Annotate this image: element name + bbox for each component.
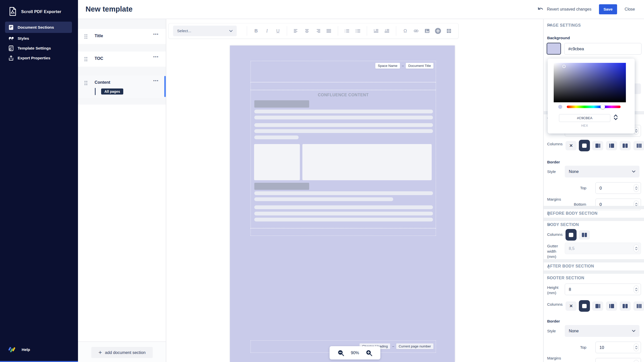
- hex-stepper-arrows[interactable]: [614, 114, 618, 120]
- sidebar-item-document-sections[interactable]: Document Sections: [5, 22, 72, 33]
- indent-increase-button[interactable]: [371, 26, 381, 36]
- indent-decrease-button[interactable]: [382, 26, 392, 36]
- background-label: Background: [547, 36, 570, 40]
- section-menu-button[interactable]: •••: [153, 55, 159, 59]
- ordered-list-button[interactable]: 123: [342, 26, 352, 36]
- body-section-header[interactable]: BODY SECTION: [544, 221, 644, 229]
- toolbar-divider: [287, 26, 287, 36]
- bullet-list-button[interactable]: [353, 26, 363, 36]
- page-content-region[interactable]: CONFLUENCE CONTENT: [251, 90, 436, 228]
- stepper-control[interactable]: [634, 245, 639, 252]
- saturation-cursor[interactable]: [562, 65, 566, 68]
- footer-border-style-select[interactable]: None: [565, 325, 639, 337]
- top-header: New template Revert unsaved changes Save…: [78, 0, 644, 19]
- save-button[interactable]: Save: [599, 4, 617, 14]
- sidebar-item-styles[interactable]: Styles: [5, 33, 72, 43]
- section-menu-button[interactable]: •••: [153, 78, 159, 83]
- drag-handle-icon[interactable]: [85, 57, 87, 61]
- toolbar-divider: [396, 26, 396, 36]
- placeholder-heading: [254, 100, 309, 108]
- zoom-out-icon[interactable]: [338, 350, 344, 356]
- gutter-width-input[interactable]: [565, 243, 641, 254]
- footer-columns-two-button[interactable]: [620, 301, 631, 311]
- space-name-tag[interactable]: Space Name: [375, 63, 400, 69]
- columns-two-button[interactable]: [620, 141, 631, 150]
- hex-value-input[interactable]: [559, 114, 610, 122]
- panel-bottom-bar: + add document section: [78, 341, 166, 362]
- footer-columns-wide-right-button[interactable]: [606, 301, 617, 311]
- current-page-number-tag[interactable]: Current page number: [396, 343, 433, 349]
- align-left-button[interactable]: [291, 26, 301, 36]
- page-after-content-region[interactable]: [251, 228, 436, 236]
- placeholder-heading: [254, 183, 309, 190]
- background-hex-input[interactable]: [564, 43, 641, 55]
- body-columns-two-button[interactable]: [579, 230, 590, 240]
- close-button[interactable]: Close: [625, 7, 635, 12]
- columns-wide-left-button[interactable]: [592, 141, 603, 150]
- insert-plus-button[interactable]: [433, 26, 443, 36]
- hex-label: HEX: [559, 124, 610, 127]
- table-button[interactable]: [444, 26, 454, 36]
- zoom-in-icon[interactable]: [366, 350, 372, 356]
- page-header-region[interactable]: Space Name – Document Title: [251, 61, 436, 82]
- background-color-swatch[interactable]: [547, 43, 561, 55]
- help-button[interactable]: Help: [8, 346, 30, 353]
- section-menu-button[interactable]: •••: [153, 32, 159, 36]
- columns-one-button[interactable]: [579, 140, 590, 151]
- columns-wide-right-button[interactable]: [606, 141, 617, 150]
- toolbar-divider: [367, 26, 367, 36]
- revert-unsaved-changes-button[interactable]: Revert unsaved changes: [537, 7, 591, 12]
- page-settings-header[interactable]: PAGE SETTINGS: [544, 22, 644, 30]
- drag-handle-icon[interactable]: [85, 81, 87, 85]
- document-title-tag[interactable]: Document Title: [406, 63, 433, 69]
- hue-slider[interactable]: [567, 106, 621, 108]
- footer-columns-none-button[interactable]: ✕: [566, 301, 577, 311]
- drag-handle-icon[interactable]: [85, 34, 87, 39]
- paragraph-style-select[interactable]: Select...: [173, 26, 237, 36]
- margins-label: Margins: [547, 356, 561, 360]
- gutter-width-label: Gutter width (mm): [547, 244, 562, 259]
- align-justify-button[interactable]: [324, 26, 334, 36]
- bottom-label: Bottom: [574, 361, 586, 362]
- columns-none-button[interactable]: ✕: [566, 141, 577, 150]
- page-spacer-region[interactable]: [251, 82, 436, 90]
- quotes-icon: [9, 36, 14, 41]
- all-pages-badge: All pages: [101, 88, 123, 95]
- stepper-control[interactable]: [634, 344, 639, 351]
- underline-button[interactable]: U: [273, 26, 283, 36]
- chevron-left-icon: [547, 212, 640, 216]
- after-body-section-header[interactable]: AFTER BODY SECTION: [544, 263, 644, 270]
- section-row-content[interactable]: Content ••• All pages: [78, 75, 166, 98]
- hue-slider-handle[interactable]: [600, 105, 605, 109]
- page-preview[interactable]: Space Name – Document Title CONFLUENCE C…: [230, 46, 455, 362]
- footer-columns-wide-left-button[interactable]: [592, 301, 603, 311]
- svg-text:3: 3: [345, 31, 345, 33]
- add-document-section-button[interactable]: + add document section: [91, 347, 153, 358]
- footer-section-header[interactable]: FOOTER SECTION: [544, 275, 644, 282]
- body-columns-one-button[interactable]: [566, 229, 577, 241]
- bold-button[interactable]: B: [251, 26, 261, 36]
- align-right-button[interactable]: [313, 26, 323, 36]
- sidebar-item-label: Export Properties: [18, 56, 50, 60]
- footer-columns-three-button[interactable]: [633, 301, 644, 311]
- before-body-section-header[interactable]: BEFORE BODY SECTION: [544, 210, 644, 218]
- footer-columns-one-button[interactable]: [579, 300, 590, 312]
- italic-button[interactable]: I: [262, 26, 272, 36]
- border-style-select[interactable]: None: [565, 166, 639, 177]
- sidebar-item-template-settings[interactable]: Template Settings: [5, 43, 72, 53]
- section-row-toc[interactable]: TOC •••: [78, 52, 166, 67]
- align-center-button[interactable]: [302, 26, 312, 36]
- sidebar-item-export-properties[interactable]: Export Properties: [5, 53, 72, 63]
- style-label: Style: [547, 329, 556, 333]
- link-button[interactable]: [411, 26, 421, 36]
- placeholder-line: [254, 218, 433, 221]
- stepper-control[interactable]: [634, 286, 639, 293]
- columns-three-button[interactable]: [633, 141, 644, 150]
- stepper-control[interactable]: [634, 184, 639, 192]
- special-character-button[interactable]: Ω: [400, 26, 410, 36]
- saturation-area[interactable]: [554, 63, 626, 102]
- section-row-title[interactable]: Title •••: [78, 29, 166, 44]
- app-title: Scroll PDF Exporter: [21, 9, 61, 14]
- footer-height-input[interactable]: [565, 284, 641, 295]
- image-button[interactable]: [422, 26, 432, 36]
